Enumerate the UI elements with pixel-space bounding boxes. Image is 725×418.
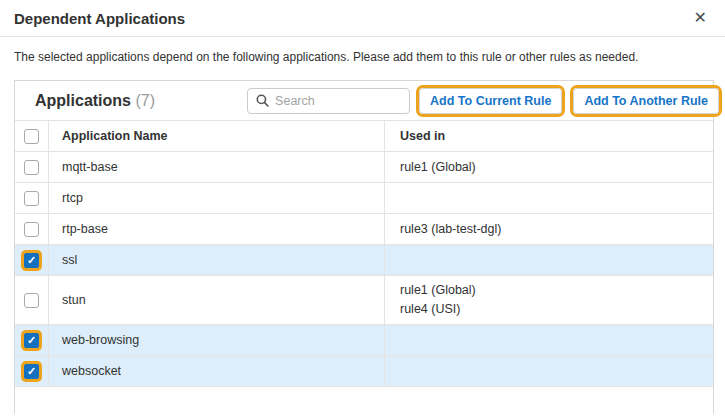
row-checkbox-cell bbox=[15, 276, 48, 324]
section-title-text: Applications bbox=[35, 92, 131, 109]
select-all-cell bbox=[15, 121, 48, 151]
table-header-row: Application Name Used in bbox=[15, 121, 713, 152]
used-in-line: rule3 (lab-test-dgl) bbox=[400, 220, 713, 239]
used-in-line: rule4 (USI) bbox=[400, 300, 713, 319]
used-in bbox=[384, 245, 713, 275]
row-checkbox-cell bbox=[15, 183, 48, 213]
row-checkbox-cell: ✓ bbox=[15, 356, 48, 386]
used-in-line: rule1 (Global) bbox=[400, 281, 713, 300]
table-body: mqtt-baserule1 (Global)rtcprtp-baserule3… bbox=[15, 152, 713, 387]
dependent-applications-dialog: Dependent Applications ✕ The selected ap… bbox=[0, 0, 725, 418]
application-name: rtp-base bbox=[48, 214, 384, 244]
row-checkbox-cell: ✓ bbox=[15, 245, 48, 275]
add-to-another-rule-button[interactable]: Add To Another Rule bbox=[573, 88, 719, 114]
add-to-another-rule-highlight-ring: Add To Another Rule bbox=[570, 85, 722, 117]
row-checkbox[interactable] bbox=[24, 160, 39, 175]
used-in bbox=[384, 325, 713, 355]
column-header-application-name: Application Name bbox=[48, 121, 384, 151]
used-in bbox=[384, 183, 713, 213]
dialog-description: The selected applications depend on the … bbox=[14, 50, 711, 64]
search-box bbox=[247, 88, 410, 114]
applications-toolbar: Applications (7) Add To Current Rule Add… bbox=[15, 81, 713, 121]
application-name: web-browsing bbox=[48, 325, 384, 355]
table-row[interactable]: stunrule1 (Global)rule4 (USI) bbox=[15, 276, 713, 325]
used-in: rule1 (Global) bbox=[384, 152, 713, 182]
row-checkbox[interactable]: ✓ bbox=[24, 253, 39, 268]
row-checkbox[interactable] bbox=[24, 191, 39, 206]
application-name: stun bbox=[48, 276, 384, 324]
row-checkbox-cell bbox=[15, 152, 48, 182]
checkmark-icon: ✓ bbox=[27, 365, 36, 376]
table-row[interactable]: ✓ssl bbox=[15, 245, 713, 276]
application-name: websocket bbox=[48, 356, 384, 386]
application-name: rtcp bbox=[48, 183, 384, 213]
row-checkbox[interactable]: ✓ bbox=[24, 333, 39, 348]
used-in bbox=[384, 356, 713, 386]
application-name: mqtt-base bbox=[48, 152, 384, 182]
table-row[interactable]: mqtt-baserule1 (Global) bbox=[15, 152, 713, 183]
search-input[interactable] bbox=[275, 94, 401, 108]
used-in: rule3 (lab-test-dgl) bbox=[384, 214, 713, 244]
applications-panel: Applications (7) Add To Current Rule Add… bbox=[14, 80, 714, 414]
search-icon bbox=[256, 94, 269, 107]
add-to-current-rule-button[interactable]: Add To Current Rule bbox=[419, 88, 562, 114]
checkmark-icon: ✓ bbox=[27, 254, 36, 265]
row-checkbox[interactable] bbox=[24, 293, 39, 308]
row-checkbox[interactable] bbox=[24, 222, 39, 237]
table-row[interactable]: ✓websocket bbox=[15, 356, 713, 387]
applications-count: (7) bbox=[135, 92, 155, 109]
row-checkbox-cell: ✓ bbox=[15, 325, 48, 355]
add-to-current-rule-highlight-ring: Add To Current Rule bbox=[416, 85, 565, 117]
used-in-line: rule1 (Global) bbox=[400, 158, 713, 177]
row-checkbox[interactable]: ✓ bbox=[24, 364, 39, 379]
used-in: rule1 (Global)rule4 (USI) bbox=[384, 276, 713, 324]
table-row[interactable]: ✓web-browsing bbox=[15, 325, 713, 356]
checkmark-icon: ✓ bbox=[27, 334, 36, 345]
table-row[interactable]: rtcp bbox=[15, 183, 713, 214]
section-title: Applications (7) bbox=[35, 92, 155, 110]
close-icon[interactable]: ✕ bbox=[690, 8, 711, 28]
column-header-used-in: Used in bbox=[384, 121, 713, 151]
dialog-title: Dependent Applications bbox=[14, 10, 185, 27]
select-all-checkbox[interactable] bbox=[24, 129, 39, 144]
table-row[interactable]: rtp-baserule3 (lab-test-dgl) bbox=[15, 214, 713, 245]
application-name: ssl bbox=[48, 245, 384, 275]
dialog-header: Dependent Applications ✕ bbox=[0, 0, 725, 37]
row-checkbox-cell bbox=[15, 214, 48, 244]
